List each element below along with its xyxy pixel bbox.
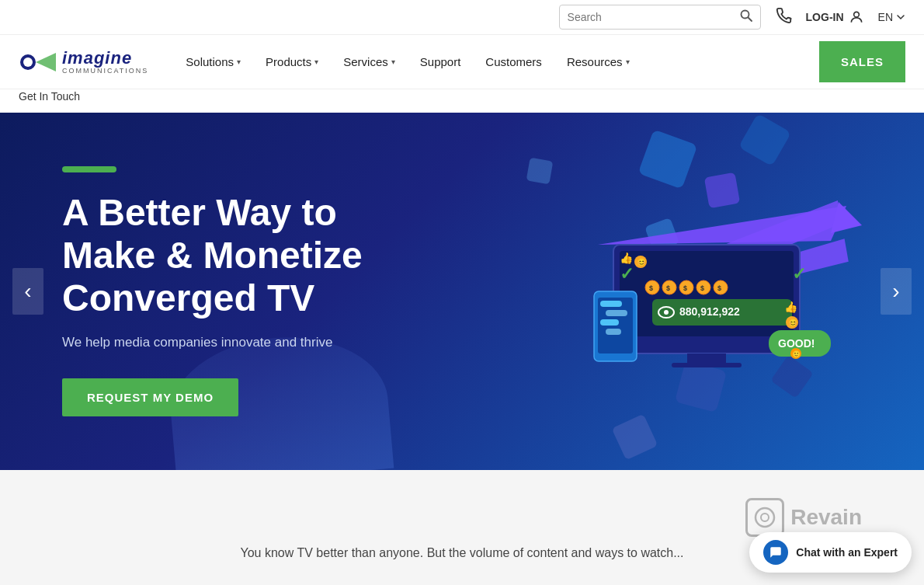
svg-point-4 (23, 57, 33, 67)
login-button[interactable]: LOG-IN (806, 9, 864, 25)
revain-logo: Revain (745, 498, 862, 537)
svg-text:$: $ (683, 284, 687, 292)
hero-subtitle: We help media companies innovate and thr… (62, 335, 363, 350)
hero-illustration-svg: 880,912,922 $ $ $ $ $ ✓ ✓ ✓ GOOD! 😊 😊 (551, 198, 862, 385)
svg-rect-43 (606, 310, 627, 316)
carousel-next-button[interactable]: › (881, 268, 912, 315)
chevron-down-icon: ▾ (626, 57, 630, 66)
nav-item-solutions[interactable]: Solutions ▾ (173, 37, 253, 87)
svg-marker-7 (598, 206, 846, 245)
nav-item-customers[interactable]: Customers (473, 37, 554, 87)
svg-text:✓: ✓ (620, 264, 634, 284)
svg-line-1 (748, 18, 752, 22)
svg-text:😊: 😊 (637, 257, 647, 267)
svg-text:🙂: 🙂 (792, 350, 801, 359)
nav-bar: imagine COMMUNICATIONS Solutions ▾ Produ… (0, 35, 924, 89)
svg-text:$: $ (649, 284, 653, 292)
nav-item-support[interactable]: Support (408, 37, 474, 87)
user-icon (849, 9, 864, 25)
svg-text:👍: 👍 (784, 301, 798, 314)
hero-content: A Better Way to Make & Monetize Converge… (62, 166, 363, 417)
revain-icon (745, 498, 784, 537)
nav-item-products[interactable]: Products ▾ (253, 37, 331, 87)
svg-text:$: $ (666, 284, 670, 292)
svg-rect-42 (600, 301, 622, 307)
logo-icon (19, 44, 56, 81)
revain-label: Revain (790, 505, 862, 530)
logo[interactable]: imagine COMMUNICATIONS (19, 44, 148, 81)
svg-text:✓: ✓ (792, 264, 806, 284)
hero-title: A Better Way to Make & Monetize Converge… (62, 191, 363, 320)
svg-text:👍: 👍 (620, 252, 634, 265)
chevron-down-icon (896, 12, 905, 22)
phone-icon[interactable] (775, 7, 792, 28)
svg-text:$: $ (700, 284, 704, 292)
nav-item-resources[interactable]: Resources ▾ (554, 37, 642, 87)
search-box[interactable] (559, 5, 761, 30)
svg-point-46 (756, 508, 774, 527)
svg-point-15 (664, 310, 669, 315)
nav-second-row: Get In Touch (0, 89, 924, 113)
demo-button[interactable]: REQUEST MY DEMO (62, 378, 238, 416)
bottom-body-text: You know TV better than anyone. But the … (240, 546, 683, 560)
svg-rect-12 (672, 363, 742, 367)
svg-text:😊: 😊 (788, 318, 798, 328)
svg-rect-11 (687, 353, 726, 363)
svg-marker-5 (36, 53, 56, 71)
svg-text:GOOD!: GOOD! (778, 337, 815, 350)
chevron-down-icon: ▾ (237, 57, 241, 66)
search-icon (740, 9, 752, 22)
get-in-touch-link[interactable]: Get In Touch (19, 90, 80, 103)
hero-illustration: 880,912,922 $ $ $ $ $ ✓ ✓ ✓ GOOD! 😊 😊 (551, 198, 862, 385)
nav-item-services[interactable]: Services ▾ (331, 37, 408, 87)
svg-point-2 (853, 12, 859, 17)
search-button[interactable] (740, 9, 752, 25)
top-bar: LOG-IN EN (0, 0, 924, 35)
green-accent-bar (62, 166, 116, 172)
svg-text:$: $ (717, 284, 721, 292)
hero-section: A Better Way to Make & Monetize Converge… (0, 113, 924, 470)
nav-links: Solutions ▾ Products ▾ Services ▾ Suppor… (173, 37, 819, 87)
svg-point-47 (761, 514, 769, 521)
sales-button[interactable]: SALES (819, 41, 905, 82)
svg-rect-44 (600, 319, 619, 326)
brand-name: imagine (62, 50, 148, 67)
svg-text:880,912,922: 880,912,922 (679, 305, 740, 318)
brand-tagline: COMMUNICATIONS (62, 67, 148, 75)
carousel-prev-button[interactable]: ‹ (12, 268, 43, 315)
chevron-down-icon: ▾ (391, 57, 395, 66)
svg-rect-45 (606, 329, 621, 335)
search-input[interactable] (568, 11, 734, 23)
language-selector[interactable]: EN (878, 11, 905, 23)
chevron-down-icon: ▾ (314, 57, 318, 66)
chat-widget[interactable]: Chat with an Expert (749, 532, 912, 573)
chat-icon (763, 540, 788, 565)
revain-row: Revain (745, 498, 862, 537)
chat-label: Chat with an Expert (796, 546, 898, 559)
